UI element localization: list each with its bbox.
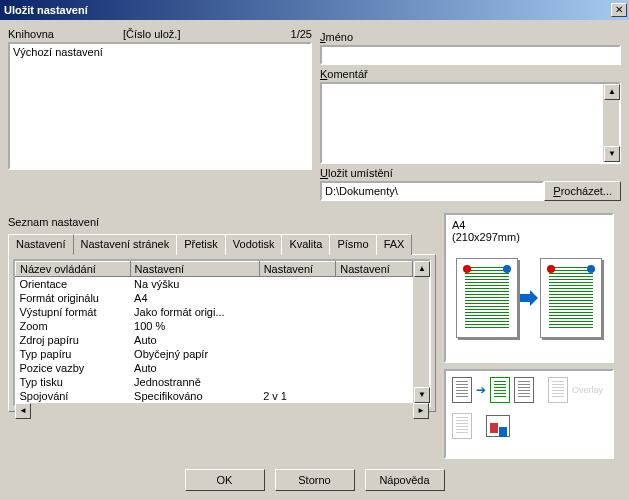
collate-icon: ➔ (452, 377, 534, 403)
tab-settings[interactable]: Nastavení (8, 234, 74, 255)
table-row[interactable]: Typ tiskuJednostranně (16, 375, 413, 389)
help-button[interactable]: Nápověda (365, 469, 445, 491)
window-title: Uložit nastavení (4, 4, 611, 16)
name-input[interactable] (320, 45, 621, 65)
tab-fax[interactable]: FAX (376, 234, 413, 255)
preview-title: A4 (452, 219, 606, 231)
watermark-icon (452, 413, 472, 439)
col-setting-3[interactable]: Nastavení (336, 262, 413, 277)
table-row[interactable]: Výstupní formátJako formát origi... (16, 305, 413, 319)
table-vscrollbar[interactable]: ▲ ▼ (413, 261, 429, 403)
table-row[interactable]: SpojováníSpecifikováno2 v 1 (16, 389, 413, 403)
scroll-up-icon[interactable]: ▲ (604, 84, 620, 100)
table-hscrollbar[interactable]: ◄ ► (15, 403, 429, 419)
scroll-down-icon[interactable]: ▼ (414, 387, 430, 403)
preview-page-left (456, 258, 518, 338)
overlay-icon: Overlay (548, 377, 603, 403)
library-item[interactable]: Výchozí nastavení (13, 46, 307, 58)
comment-textarea[interactable]: ▲ ▼ (320, 82, 621, 164)
settings-list-label: Seznam nastavení (8, 216, 436, 228)
library-list[interactable]: Výchozí nastavení (8, 42, 312, 170)
preview-page-right (540, 258, 602, 338)
comment-label: Komentář (320, 68, 621, 80)
dialog-buttons: OK Storno Nápověda (8, 469, 621, 491)
scroll-right-icon[interactable]: ► (413, 403, 429, 419)
table-row[interactable]: Pozice vazbyAuto (16, 361, 413, 375)
close-button[interactable]: ✕ (611, 3, 627, 17)
col-setting-2[interactable]: Nastavení (259, 262, 336, 277)
library-header: Knihovna [Číslo ulož.] 1/25 (8, 28, 312, 40)
marker-icon (547, 265, 555, 273)
title-bar: Uložit nastavení ✕ (0, 0, 629, 20)
chart-icon (486, 413, 510, 439)
table-row[interactable]: Formát origináluA4 (16, 291, 413, 305)
library-slot-label: [Číslo ulož.] (123, 28, 272, 40)
feature-icons-pane: ➔ Overlay (444, 369, 614, 459)
table-row[interactable]: OrientaceNa výšku (16, 277, 413, 292)
name-label: Jméno (320, 31, 621, 43)
marker-icon (503, 265, 511, 273)
settings-tab-panel: Název ovládání Nastavení Nastavení Nasta… (8, 254, 436, 412)
col-control-name[interactable]: Název ovládání (16, 262, 131, 277)
save-path-input[interactable] (320, 181, 544, 201)
tab-page-settings[interactable]: Nastavení stránek (73, 234, 178, 255)
marker-icon (463, 265, 471, 273)
cancel-button[interactable]: Storno (275, 469, 355, 491)
comment-scrollbar[interactable]: ▲ ▼ (603, 84, 619, 162)
tab-overprint[interactable]: Přetisk (176, 234, 226, 255)
marker-icon (587, 265, 595, 273)
tab-font[interactable]: Písmo (329, 234, 376, 255)
ok-button[interactable]: OK (185, 469, 265, 491)
settings-table-container: Název ovládání Nastavení Nastavení Nasta… (13, 259, 431, 407)
scroll-up-icon[interactable]: ▲ (414, 261, 430, 277)
tab-quality[interactable]: Kvalita (281, 234, 330, 255)
table-row[interactable]: Zoom100 % (16, 319, 413, 333)
save-location-label: Uložit umístění (320, 167, 621, 179)
preview-pane: A4 (210x297mm) (444, 213, 614, 363)
svg-marker-0 (520, 290, 538, 306)
table-row[interactable]: Typ papíruObyčejný papír (16, 347, 413, 361)
scroll-left-icon[interactable]: ◄ (15, 403, 31, 419)
tab-watermark[interactable]: Vodotisk (225, 234, 283, 255)
library-count: 1/25 (272, 28, 312, 40)
table-row[interactable]: Zdroj papíruAuto (16, 333, 413, 347)
preview-size: (210x297mm) (452, 231, 606, 243)
col-setting-1[interactable]: Nastavení (130, 262, 259, 277)
arrow-right-icon (518, 290, 540, 306)
browse-button[interactable]: Procházet... (544, 181, 621, 201)
scroll-down-icon[interactable]: ▼ (604, 146, 620, 162)
settings-tabs: Nastavení Nastavení stránek Přetisk Vodo… (8, 234, 436, 255)
settings-table: Název ovládání Nastavení Nastavení Nasta… (15, 261, 413, 403)
library-label: Knihovna (8, 28, 123, 40)
